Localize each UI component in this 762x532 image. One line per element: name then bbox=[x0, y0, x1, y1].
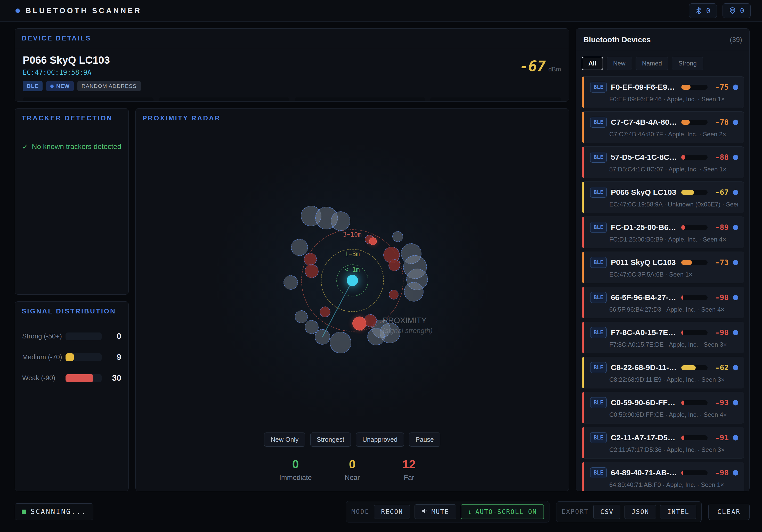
mode-recon-button[interactable]: RECON bbox=[374, 505, 410, 519]
filter-chip-all[interactable]: All bbox=[582, 57, 603, 70]
radar-device-blip[interactable] bbox=[369, 237, 377, 245]
device-row[interactable]: BLEC7-C7-4B-4A-80-7F-78C7:C7:4B:4A:80:7F… bbox=[582, 111, 744, 143]
radar-filter-strongest[interactable]: Strongest bbox=[310, 432, 351, 447]
device-row[interactable]: BLEF0-EF-09-F6-E9-46-75F0:EF:09:F6:E9:46… bbox=[582, 76, 744, 108]
radar-device-blip[interactable] bbox=[320, 306, 331, 317]
signal-distribution-title: SIGNAL DISTRIBUTION bbox=[15, 301, 128, 321]
device-row[interactable]: BLEF7-8C-A0-15-7E-DE-98F7:8C:A0:15:7E:DE… bbox=[582, 322, 744, 353]
connectable-dot-icon bbox=[733, 190, 738, 195]
signal-pill-fill bbox=[681, 400, 684, 405]
radar-device-blip[interactable] bbox=[291, 239, 308, 256]
autoscroll-button[interactable]: ↓ AUTO-SCROLL ON bbox=[461, 504, 544, 519]
device-row[interactable]: BLEC2-11-A7-17-D5-36-91C2:11:A7:17:D5:36… bbox=[582, 427, 744, 459]
radar-device-blip[interactable] bbox=[331, 211, 350, 231]
badge-dot-icon bbox=[50, 85, 54, 88]
count-value: 0 bbox=[324, 457, 381, 471]
device-rssi-value: -93 bbox=[712, 398, 729, 407]
device-row[interactable]: BLEP011 SkyQ LC103-73EC:47:0C:3F:5A:6B ·… bbox=[582, 251, 744, 283]
device-field-manufacturer: MANUFACTURER-- bbox=[23, 98, 153, 101]
radar-device-blip[interactable] bbox=[404, 282, 423, 301]
export-group: EXPORT CSVJSONINTEL bbox=[556, 501, 701, 522]
radar-device-blip[interactable] bbox=[330, 332, 351, 353]
radar-device-blip[interactable] bbox=[352, 316, 366, 330]
radar-device-blip[interactable] bbox=[304, 253, 317, 266]
location-pin-stat-chip[interactable]: 0 bbox=[723, 3, 751, 18]
device-row[interactable]: BLEC0-59-90-6D-FF-CE-93C0:59:90:6D:FF:CE… bbox=[582, 392, 744, 424]
mute-button[interactable]: MUTE bbox=[415, 504, 456, 519]
signal-pill-track bbox=[681, 365, 708, 370]
scanning-square-icon bbox=[22, 509, 26, 514]
device-row-top: BLEC8-22-68-9D-11-E9-62 bbox=[590, 362, 738, 373]
device-row-meta: C7:C7:4B:4A:80:7F · Apple, Inc. · Seen 2… bbox=[609, 131, 738, 138]
export-json-button[interactable]: JSON bbox=[625, 505, 656, 519]
device-row[interactable]: BLE57-D5-C4-1C-8C-07-8857:D5:C4:1C:8C:07… bbox=[582, 146, 744, 178]
signal-bar-track bbox=[65, 353, 102, 361]
radar-filter-unapproved[interactable]: Unapproved bbox=[356, 432, 404, 447]
rssi-unit: dBm bbox=[548, 66, 561, 73]
device-row[interactable]: BLEC8-22-68-9D-11-E9-62C8:22:68:9D:11:E9… bbox=[582, 357, 744, 388]
device-row[interactable]: BLEP066 SkyQ LC103-67EC:47:0C:19:58:9A ·… bbox=[582, 181, 744, 213]
tracker-status: ✓ No known trackers detected bbox=[15, 143, 128, 151]
connectable-dot-icon bbox=[733, 295, 738, 300]
device-row[interactable]: BLEFC-D1-25-00-B6-B9-89FC:D1:25:00:B6:B9… bbox=[582, 217, 744, 248]
export-intel-button[interactable]: INTEL bbox=[660, 505, 696, 519]
bluetooth-stat-chip[interactable]: 0 bbox=[689, 3, 717, 18]
device-signal-accent bbox=[582, 252, 584, 283]
radar-device-blip[interactable] bbox=[305, 264, 319, 278]
device-row[interactable]: BLE66-5F-96-B4-27-D3-9866:5F:96:B4:27:D3… bbox=[582, 287, 744, 318]
device-row-top: BLEF0-EF-09-F6-E9-46-75 bbox=[590, 82, 738, 93]
device-row-top: BLEC2-11-A7-17-D5-36-91 bbox=[590, 432, 738, 443]
radar-device-blip[interactable] bbox=[389, 290, 399, 299]
signal-pill-fill bbox=[681, 225, 685, 230]
device-name: P066 SkyQ LC103 bbox=[23, 54, 141, 66]
filter-chip-strong[interactable]: Strong bbox=[672, 57, 703, 70]
device-rssi-value: -98 bbox=[712, 328, 729, 337]
radar-watermark-subtitle: (signal strength) bbox=[383, 327, 433, 335]
signal-pill-fill bbox=[681, 365, 696, 370]
device-rssi-value: -62 bbox=[712, 363, 729, 372]
count-value: 12 bbox=[381, 457, 437, 471]
radar-device-blip[interactable] bbox=[283, 275, 298, 290]
radar-device-blip[interactable] bbox=[392, 231, 403, 242]
radar-filter-pause[interactable]: Pause bbox=[409, 432, 440, 447]
radar-device-blip[interactable] bbox=[389, 259, 400, 271]
top-stats: 00 bbox=[689, 3, 751, 18]
filter-chip-named[interactable]: Named bbox=[636, 57, 668, 70]
radar-device-blip[interactable] bbox=[295, 310, 308, 323]
signal-distribution-panel: SIGNAL DISTRIBUTION Strong (-50+)0Medium… bbox=[15, 301, 129, 491]
device-list-panel: Bluetooth Devices (39) AllNewNamedStrong… bbox=[576, 28, 750, 491]
field-label: RANGE bbox=[435, 101, 556, 101]
device-rssi-value: -75 bbox=[712, 83, 729, 92]
signal-bar-fill bbox=[65, 374, 93, 382]
stat-value: 0 bbox=[740, 7, 744, 15]
device-row[interactable]: BLE64-89-40-71-AB-F0-9864:89:40:71:AB:F0… bbox=[582, 462, 744, 491]
signal-row-count: 9 bbox=[102, 352, 121, 362]
radar-ring-label: 3−10m bbox=[343, 231, 361, 238]
export-csv-button[interactable]: CSV bbox=[593, 505, 620, 519]
device-signal-accent bbox=[582, 427, 584, 458]
device-rssi: -67 dBm bbox=[519, 54, 561, 75]
selected-device: P066 SkyQ LC103 EC:47:0C:19:58:9A BLENEW… bbox=[23, 54, 141, 91]
device-rssi-value: -88 bbox=[712, 153, 729, 162]
device-list[interactable]: BLEF0-EF-09-F6-E9-46-75F0:EF:09:F6:E9:46… bbox=[576, 76, 749, 491]
radar-device-blip[interactable] bbox=[367, 328, 385, 345]
top-bar: BLUETOOTH SCANNER 00 bbox=[0, 0, 762, 22]
clear-button[interactable]: CLEAR bbox=[708, 504, 750, 520]
bluetooth-icon bbox=[695, 7, 702, 15]
device-row-meta: C2:11:A7:17:D5:36 · Apple, Inc. · Seen 3… bbox=[609, 446, 738, 453]
connectable-dot-icon bbox=[733, 120, 738, 125]
device-rssi-value: -98 bbox=[712, 293, 729, 302]
device-row-meta: 57:D5:C4:1C:8C:07 · Apple, Inc. · Seen 1… bbox=[609, 166, 738, 173]
signal-bar-track bbox=[65, 374, 102, 382]
device-details-body: P066 SkyQ LC103 EC:47:0C:19:58:9A BLENEW… bbox=[15, 48, 569, 94]
connectable-dot-icon bbox=[733, 225, 738, 230]
signal-pill-fill bbox=[681, 85, 691, 90]
device-row-name: 57-D5-C4-1C-8C-07 bbox=[611, 153, 677, 162]
radar-filter-new-only[interactable]: New Only bbox=[264, 432, 305, 447]
protocol-badge: BLE bbox=[590, 257, 607, 268]
radar-stage: < 1m1−3m3−10mPROXIMITY(signal strength) … bbox=[136, 128, 569, 491]
device-signal-accent bbox=[582, 182, 584, 213]
device-details-panel: DEVICE DETAILS P066 SkyQ LC103 EC:47:0C:… bbox=[15, 28, 569, 101]
filter-chip-new[interactable]: New bbox=[607, 57, 632, 70]
device-row-name: C8-22-68-9D-11-E9 bbox=[611, 363, 677, 372]
